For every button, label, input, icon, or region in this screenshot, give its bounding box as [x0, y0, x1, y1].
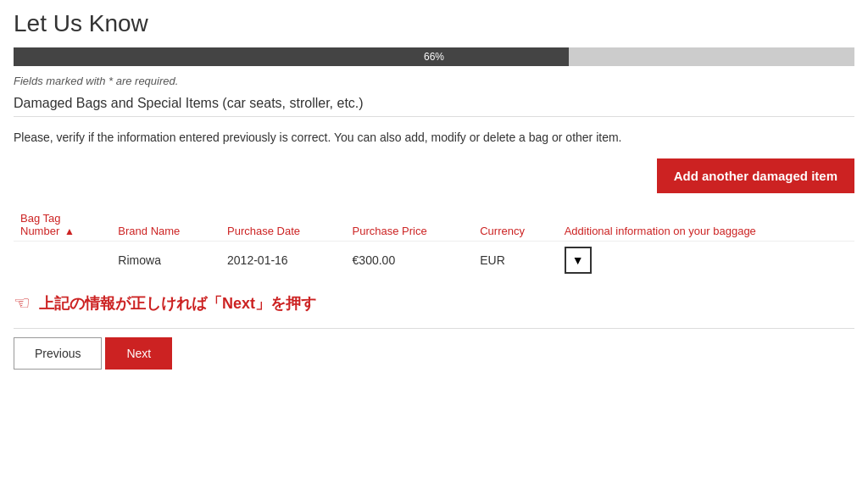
cell-bag-tag — [14, 242, 111, 280]
table-row: Rimowa 2012-01-16 €300.00 EUR ▼ — [14, 242, 854, 280]
progress-bar-container: 66% — [14, 47, 854, 66]
col-header-purchase-price: Purchase Price — [346, 207, 474, 242]
cell-purchase-date: 2012-01-16 — [220, 242, 346, 280]
cell-brand-name: Rimowa — [111, 242, 220, 280]
section-title: Damaged Bags and Special Items (car seat… — [14, 96, 854, 117]
col-header-purchase-date: Purchase Date — [220, 207, 346, 242]
required-fields-note: Fields marked with * are required. — [14, 75, 854, 87]
previous-button[interactable]: Previous — [14, 337, 102, 370]
next-button[interactable]: Next — [105, 337, 172, 370]
table-header-row: Bag Tag Number ▲ Brand Name Purchase Dat… — [14, 207, 854, 242]
col-header-brand-name: Brand Name — [111, 207, 220, 242]
col-header-additional-info: Additional information on your baggage — [558, 207, 854, 242]
cell-currency: EUR — [473, 242, 557, 280]
bottom-nav: Previous Next — [14, 328, 854, 370]
hint-row: ☜ 上記の情報が正しければ「Next」を押す — [14, 292, 854, 314]
cell-additional-info: ▼ — [558, 242, 854, 280]
page-wrapper: Let Us Know 66% Fields marked with * are… — [0, 0, 868, 380]
progress-bar-fill — [14, 47, 569, 66]
description-text: Please, verify if the information entere… — [14, 129, 854, 147]
page-title: Let Us Know — [14, 10, 854, 37]
hand-pointer-icon: ☜ — [14, 292, 31, 314]
sort-arrow-icon: ▲ — [64, 225, 75, 237]
row-actions-dropdown-button[interactable]: ▼ — [565, 247, 592, 274]
col-header-currency: Currency — [473, 207, 557, 242]
add-item-btn-row: Add another damaged item — [14, 158, 854, 193]
col-header-bag-tag: Bag Tag Number ▲ — [14, 207, 111, 242]
add-another-damaged-item-button[interactable]: Add another damaged item — [657, 158, 854, 193]
chevron-down-icon: ▼ — [572, 253, 584, 267]
cell-purchase-price: €300.00 — [346, 242, 474, 280]
progress-bar-label: 66% — [424, 51, 444, 63]
hint-text: 上記の情報が正しければ「Next」を押す — [39, 293, 316, 314]
damaged-items-table: Bag Tag Number ▲ Brand Name Purchase Dat… — [14, 207, 854, 279]
